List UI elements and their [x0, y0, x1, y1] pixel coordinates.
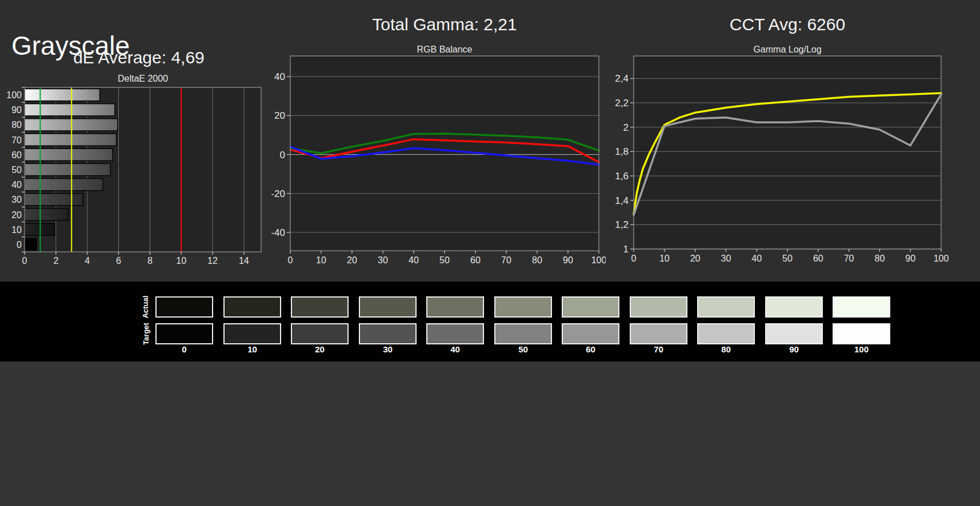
swatch-level-label-10: 10 — [223, 344, 281, 354]
swatch-level-label-40: 40 — [426, 344, 484, 354]
swatch-level-label-60: 60 — [562, 344, 619, 354]
deltae-ytick-100: 100 — [6, 90, 22, 100]
swatch-target-40 — [426, 323, 484, 344]
reading-section: Current Reading x: 0,3131y: 0,3357fL: 75… — [0, 362, 980, 506]
gamma-log-chart: 11,21,41,61,822,22,401020304050607080901… — [606, 51, 971, 266]
gamma-xtick-20: 20 — [690, 254, 701, 263]
deltae-bar-60 — [25, 148, 113, 160]
swatch-target-90 — [765, 323, 823, 344]
rgb_balance-xtick-80: 80 — [532, 255, 542, 265]
deltae-xtick-4: 4 — [85, 256, 90, 266]
deltae-ytick-70: 70 — [11, 135, 22, 145]
deltae-ytick-20: 20 — [11, 210, 22, 220]
rgb_balance-ytick-40: 40 — [274, 71, 285, 82]
rgb_balance-ytick--20: -20 — [271, 188, 285, 199]
rgb_balance-xtick-0: 0 — [288, 255, 293, 265]
gamma-ytick-1,4: 1,4 — [615, 195, 629, 206]
deltae-bar-100 — [25, 89, 100, 101]
deltae-xtick-14: 14 — [239, 256, 249, 266]
swatch-level-label-90: 90 — [765, 344, 823, 354]
deltae-xtick-12: 12 — [207, 256, 218, 266]
rgb_balance-ytick--40: -40 — [271, 227, 285, 238]
deltae-xtick-6: 6 — [116, 256, 121, 266]
deltae-bar-20 — [25, 208, 68, 220]
deltae-bar-40 — [25, 179, 103, 191]
swatch-target-0 — [155, 323, 213, 344]
rgb_balance-xtick-10: 10 — [316, 255, 326, 265]
swatch-level-label-30: 30 — [359, 344, 417, 354]
rgb_balance-xtick-20: 20 — [347, 255, 357, 265]
swatch-target-50 — [494, 323, 552, 344]
charts-section: Grayscale dE Average: 4,69 DeltaE 2000 1… — [0, 0, 980, 282]
rgb_balance-xtick-90: 90 — [563, 255, 573, 265]
deltae-ytick-40: 40 — [11, 180, 22, 190]
de-average-value: dE Average: 4,69 — [0, 48, 278, 67]
deltae-bar-chart: 100908070605040302010002468101214 — [0, 69, 269, 266]
calibration-report: Grayscale dE Average: 4,69 DeltaE 2000 1… — [0, 0, 980, 506]
cct-avg-value: CCT Avg: 6260 — [634, 15, 941, 34]
deltae-bar-30 — [25, 194, 83, 206]
gamma-xtick-100: 100 — [934, 254, 949, 263]
deltae-xtick-10: 10 — [176, 256, 186, 266]
swatch-target-70 — [630, 323, 687, 344]
swatch-actual-20 — [291, 296, 349, 318]
gamma-ytick-1,8: 1,8 — [615, 146, 629, 157]
swatch-row-label-actual: Actual — [134, 296, 158, 318]
gamma-xtick-40: 40 — [751, 254, 762, 263]
rgb_balance-ytick-20: 20 — [274, 110, 285, 121]
rgb_balance-xtick-60: 60 — [470, 255, 481, 265]
gamma-ytick-2,4: 2,4 — [615, 73, 629, 84]
swatch-actual-10 — [223, 296, 281, 318]
swatch-actual-40 — [426, 296, 484, 318]
rgb_balance-xtick-100: 100 — [591, 255, 606, 265]
swatch-target-10 — [223, 323, 281, 344]
swatch-actual-0 — [155, 296, 213, 318]
deltae-bar-70 — [25, 134, 117, 146]
deltae-ytick-90: 90 — [11, 105, 22, 115]
gamma-ytick-1: 1 — [623, 244, 629, 255]
deltae-ytick-10: 10 — [11, 225, 22, 235]
rgb_balance-xtick-70: 70 — [501, 255, 511, 265]
swatch-level-label-100: 100 — [833, 344, 890, 354]
swatch-level-label-50: 50 — [494, 344, 552, 354]
gamma-xtick-50: 50 — [782, 254, 793, 263]
swatch-actual-70 — [630, 296, 687, 318]
gamma-xtick-10: 10 — [659, 254, 670, 263]
swatch-row-label-target: Target — [134, 323, 158, 344]
gamma-ytick-2,2: 2,2 — [615, 98, 629, 109]
deltae-ytick-0: 0 — [17, 240, 22, 250]
swatch-target-30 — [359, 323, 417, 344]
deltae-bar-50 — [25, 163, 110, 175]
rgb_balance-xtick-50: 50 — [439, 255, 450, 265]
deltae-ytick-60: 60 — [11, 150, 22, 160]
swatch-target-20 — [291, 323, 349, 344]
swatch-level-label-20: 20 — [291, 344, 349, 354]
swatch-level-label-70: 70 — [630, 344, 687, 354]
deltae-ytick-30: 30 — [11, 195, 22, 204]
rgb_balance-xtick-40: 40 — [409, 255, 419, 265]
swatch-target-80 — [697, 323, 755, 344]
total-gamma-value: Total Gamma: 2,21 — [290, 15, 599, 34]
deltae-bar-90 — [25, 104, 115, 116]
swatch-actual-80 — [697, 296, 755, 318]
swatch-target-60 — [562, 323, 619, 344]
gamma-ytick-1,6: 1,6 — [615, 171, 629, 182]
swatch-actual-100 — [833, 296, 890, 318]
gamma-xtick-90: 90 — [905, 254, 915, 263]
gamma-ytick-1,2: 1,2 — [615, 219, 629, 230]
rgb_balance-xtick-30: 30 — [378, 255, 388, 265]
swatch-actual-30 — [359, 296, 417, 318]
deltae-xtick-2: 2 — [53, 256, 58, 266]
deltae-bar-10 — [25, 223, 55, 235]
deltae-ytick-50: 50 — [11, 165, 22, 175]
swatch-level-label-0: 0 — [155, 344, 213, 354]
rgb_balance-ytick-0: 0 — [280, 150, 285, 160]
gamma-ytick-2: 2 — [623, 122, 629, 133]
swatch-level-label-80: 80 — [697, 344, 755, 354]
gamma-xtick-30: 30 — [721, 254, 731, 263]
swatch-actual-60 — [562, 296, 619, 318]
deltae-xtick-0: 0 — [22, 256, 27, 266]
deltae-bar-0 — [25, 238, 37, 250]
gamma-xtick-80: 80 — [875, 254, 885, 263]
swatch-actual-90 — [765, 296, 823, 318]
